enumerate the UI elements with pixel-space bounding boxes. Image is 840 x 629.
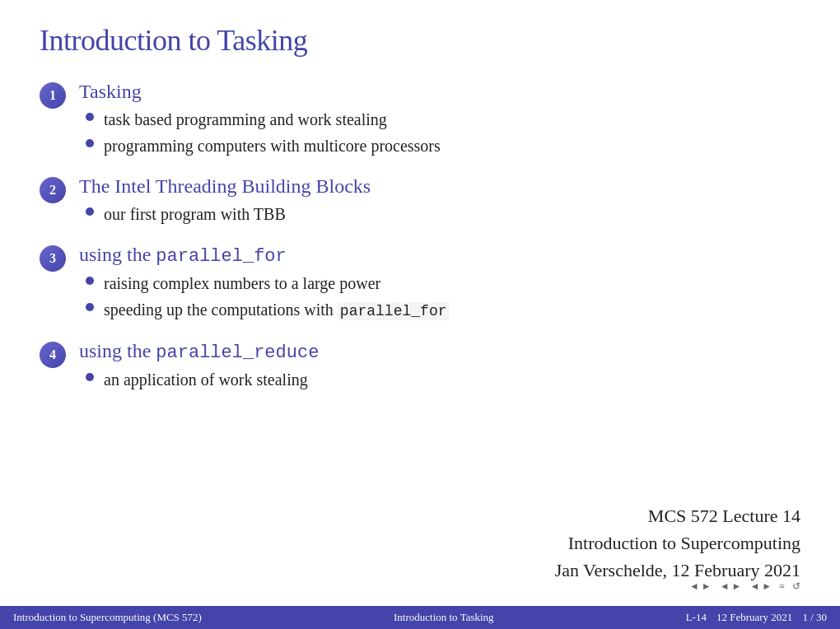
bullet-1-2: programming computers with multicore pro…	[86, 134, 800, 157]
footer-page: 1 / 30	[802, 611, 827, 624]
bullet-list-1: task based programming and work stealing…	[86, 108, 800, 157]
bullet-3-1: raising complex numbers to a large power	[86, 272, 800, 295]
section-number-1: 1	[40, 82, 66, 109]
bullet-2-1: our first program with TBB	[86, 203, 800, 226]
section-1: 1 Tasking task based programming and wor…	[40, 81, 800, 161]
nav-menu-icon[interactable]: ≡	[779, 580, 785, 593]
bullet-dot	[86, 113, 94, 121]
nav-left-arrow-2[interactable]: ◄	[720, 580, 730, 593]
section-heading-2: The Intel Threading Building Blocks	[79, 175, 800, 198]
nav-controls[interactable]: ◄ ► ◄ ► ◄ ► ≡ ↺	[689, 580, 800, 593]
section-heading-4: using the parallel_reduce	[79, 340, 800, 363]
section-body-3: using the parallel_for raising complex n…	[79, 244, 800, 325]
bullet-1-1: task based programming and work stealing	[86, 108, 800, 131]
footer-center: Introduction to Tasking	[394, 611, 494, 624]
section-body-4: using the parallel_reduce an application…	[79, 340, 800, 394]
section-heading-1: Tasking	[79, 81, 800, 103]
bullet-3-2: speeding up the computations with parall…	[86, 298, 800, 322]
section-number-2: 2	[40, 177, 66, 203]
section-body-2: The Intel Threading Building Blocks our …	[79, 175, 800, 229]
footer-right: L-14 12 February 2021 1 / 30	[686, 611, 827, 624]
bullet-dot	[86, 373, 94, 381]
bullet-dot	[86, 207, 94, 216]
slide-content: Introduction to Tasking 1 Tasking task b…	[0, 0, 840, 585]
bottom-line1: MCS 572 Lecture 14	[555, 502, 800, 529]
nav-refresh-icon[interactable]: ↺	[792, 580, 800, 593]
bullet-dot	[86, 277, 94, 285]
section-2: 2 The Intel Threading Building Blocks ou…	[40, 175, 800, 229]
bottom-info: MCS 572 Lecture 14 Introduction to Super…	[555, 502, 800, 584]
footer-slide-label: L-14	[686, 611, 707, 624]
bullet-list-3: raising complex numbers to a large power…	[86, 272, 800, 322]
section-number-4: 4	[40, 342, 66, 368]
bullet-list-4: an application of work stealing	[86, 368, 800, 391]
nav-left-arrow-3[interactable]: ◄	[749, 580, 759, 593]
bullet-dot	[86, 139, 94, 147]
footer-date: 12 February 2021	[716, 611, 792, 624]
nav-right-arrow-1[interactable]: ►	[702, 580, 712, 593]
nav-left-arrow-1[interactable]: ◄	[689, 580, 699, 593]
section-3: 3 using the parallel_for raising complex…	[40, 244, 800, 325]
nav-right-arrow-3[interactable]: ►	[762, 580, 772, 593]
bullet-4-1: an application of work stealing	[86, 368, 800, 391]
nav-right-arrow-2[interactable]: ►	[732, 580, 742, 593]
section-heading-3: using the parallel_for	[79, 244, 800, 267]
bottom-line2: Introduction to Supercomputing	[555, 529, 800, 557]
section-body-1: Tasking task based programming and work …	[79, 81, 800, 161]
footer-bar: Introduction to Supercomputing (MCS 572)…	[0, 606, 840, 629]
bullet-list-2: our first program with TBB	[86, 203, 800, 226]
bullet-dot	[86, 303, 94, 311]
section-number-3: 3	[40, 245, 66, 272]
section-4: 4 using the parallel_reduce an applicati…	[40, 340, 800, 394]
slide-title: Introduction to Tasking	[40, 23, 800, 58]
footer-left: Introduction to Supercomputing (MCS 572)	[13, 611, 202, 624]
